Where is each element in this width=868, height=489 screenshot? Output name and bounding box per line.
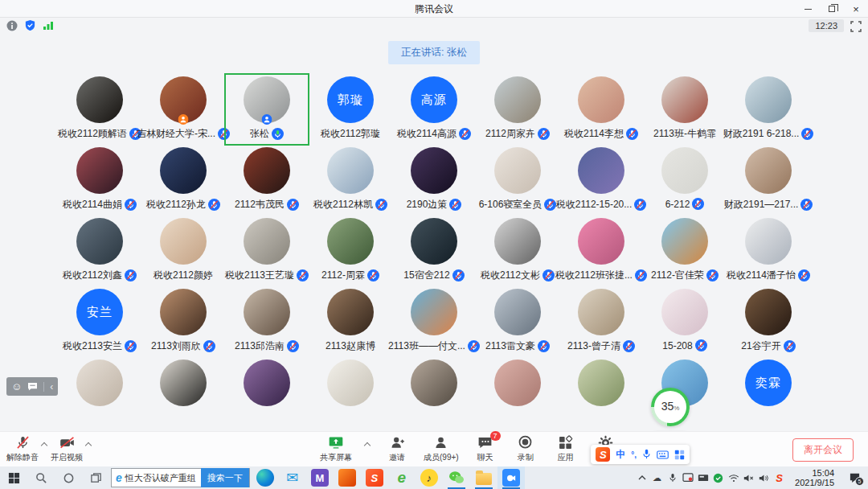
- participant-tile[interactable]: [476, 357, 559, 428]
- participant-tile[interactable]: 2113赵康博: [309, 286, 392, 357]
- participant-tile[interactable]: 财政2191 6-218...: [727, 74, 810, 145]
- leave-meeting-button[interactable]: 离开会议: [792, 438, 854, 462]
- speaker-icon[interactable]: [756, 466, 772, 489]
- collapse-chevron-icon[interactable]: ‹: [50, 381, 53, 392]
- taskbar-office-icon[interactable]: [334, 466, 361, 489]
- ime-mode-chinese[interactable]: 中: [616, 448, 625, 462]
- participant-tile[interactable]: 税收2112班张捷...: [559, 216, 643, 286]
- participant-tile[interactable]: 15-208: [643, 286, 727, 357]
- record-button[interactable]: 录制: [512, 434, 539, 463]
- network-signal-icon[interactable]: [43, 20, 54, 31]
- participant-tile[interactable]: [559, 357, 643, 428]
- participant-tile[interactable]: 税收2112孙龙: [141, 145, 225, 216]
- tray-sogou-icon[interactable]: S: [772, 466, 787, 489]
- minimize-button[interactable]: [796, 0, 820, 18]
- taskbar-edge-icon[interactable]: [252, 466, 279, 489]
- participant-tile[interactable]: 2113-曾子清: [559, 286, 643, 357]
- participant-tile[interactable]: [309, 357, 392, 428]
- ime-punctuation[interactable]: °,: [631, 450, 637, 459]
- participant-tile[interactable]: 税收2113王艺璇: [225, 216, 309, 286]
- participant-tile[interactable]: 张松: [225, 74, 309, 145]
- participant-tile[interactable]: 税收2112林凯: [309, 145, 392, 216]
- participant-tile[interactable]: 税收2112文彬: [476, 216, 559, 286]
- chat-button[interactable]: 7 聊天: [472, 434, 499, 463]
- participant-tile[interactable]: 吉林财经大学-宋...: [141, 74, 225, 145]
- safety-360-icon[interactable]: [710, 466, 726, 489]
- chat-bubble-icon[interactable]: [27, 382, 38, 391]
- maximize-button[interactable]: [820, 0, 844, 18]
- participant-tile[interactable]: 安兰税收2113安兰: [58, 286, 141, 357]
- participant-tile[interactable]: 税收2114潘子怡: [727, 216, 810, 286]
- participant-tile[interactable]: [58, 357, 141, 428]
- tray-expand-chevron-icon[interactable]: [634, 466, 649, 489]
- share-screen-button[interactable]: 共享屏幕: [320, 434, 352, 463]
- taskbar-wechat-icon[interactable]: [443, 466, 470, 489]
- taskbar-meeting-icon[interactable]: [497, 466, 525, 489]
- participant-tile[interactable]: 税收2112刘鑫: [58, 216, 141, 286]
- start-button[interactable]: [0, 466, 27, 489]
- taskbar-ie-icon[interactable]: e: [388, 466, 416, 489]
- shield-icon[interactable]: [24, 19, 36, 31]
- participant-tile[interactable]: [225, 357, 309, 428]
- participant-tile[interactable]: 6-106寝室全员: [476, 145, 559, 216]
- members-button[interactable]: 成员(99+): [424, 434, 459, 463]
- participant-tile[interactable]: 2112韦茂民: [225, 145, 309, 216]
- info-icon[interactable]: [6, 20, 18, 31]
- search-box-text[interactable]: 恒大否认破产重组: [122, 472, 201, 484]
- taskbar-explorer-icon[interactable]: [470, 466, 497, 489]
- participant-tile[interactable]: 2113班-牛鹤霏: [643, 74, 727, 145]
- participant-tile[interactable]: 21谷宇开: [727, 286, 810, 357]
- participant-tile[interactable]: 2112周家卉: [476, 74, 559, 145]
- participant-tile[interactable]: 2190边策: [392, 145, 476, 216]
- start-video-button[interactable]: 开启视频: [51, 434, 83, 463]
- participant-tile[interactable]: 2113班——付文...: [392, 286, 476, 357]
- speaker-muted-icon[interactable]: [741, 466, 756, 489]
- unmute-options-caret[interactable]: [42, 442, 47, 447]
- taskbar-mockplus-icon[interactable]: M: [306, 466, 334, 489]
- fullscreen-icon[interactable]: [850, 21, 862, 32]
- invite-button[interactable]: 邀请: [383, 434, 411, 463]
- participant-tile[interactable]: 税收2114曲娟: [58, 145, 141, 216]
- ime-toolbox-icon[interactable]: [674, 450, 685, 460]
- participant-tile[interactable]: [141, 357, 225, 428]
- participant-tile[interactable]: 奕霖: [727, 357, 810, 428]
- participant-tile[interactable]: 2112-官佳荣: [643, 216, 727, 286]
- ime-bar[interactable]: S 中 °,: [591, 445, 690, 464]
- action-center-button[interactable]: 5: [841, 466, 868, 489]
- wifi-icon[interactable]: [726, 466, 741, 489]
- ime-keyboard-icon[interactable]: [657, 450, 669, 459]
- participant-tile[interactable]: 税收2114李想: [559, 74, 643, 145]
- participant-tile[interactable]: 税收2112顾解语: [58, 74, 141, 145]
- unmute-button[interactable]: 解除静音: [6, 434, 39, 463]
- participant-tile[interactable]: 高源税收2114高源: [392, 74, 476, 145]
- close-button[interactable]: ×: [844, 0, 868, 18]
- floating-quick-bar[interactable]: ☺ ‹: [6, 377, 58, 396]
- participant-tile[interactable]: [392, 357, 476, 428]
- task-view-button[interactable]: [82, 466, 109, 489]
- participant-tile[interactable]: 财政2191—217...: [727, 145, 810, 216]
- share-options-caret[interactable]: [365, 442, 371, 447]
- screen-record-icon[interactable]: [680, 466, 695, 489]
- tray-display-icon[interactable]: [695, 466, 710, 489]
- taskbar-search-box[interactable]: e 恒大否认破产重组 搜索一下: [111, 468, 250, 487]
- participant-tile[interactable]: 2113雷文豪: [476, 286, 559, 357]
- taskbar-sogou-icon[interactable]: S: [361, 466, 388, 489]
- tray-mic-icon[interactable]: [665, 466, 680, 489]
- participant-tile[interactable]: 15宿舍212: [392, 216, 476, 286]
- taskbar-qqmusic-icon[interactable]: ♪: [416, 466, 443, 489]
- participant-tile[interactable]: 税收2112颜婷: [141, 216, 225, 286]
- taskbar-mail-icon[interactable]: ✉: [279, 466, 306, 489]
- sogou-logo-icon[interactable]: S: [596, 447, 610, 462]
- cortana-button[interactable]: [55, 466, 82, 489]
- emoji-icon[interactable]: ☺: [11, 381, 22, 392]
- participant-tile[interactable]: 税收2112-15-20...: [559, 145, 643, 216]
- taskbar-search-button[interactable]: [27, 466, 55, 489]
- taskbar-clock[interactable]: 15:04 2021/9/15: [787, 468, 841, 487]
- ime-mic-icon[interactable]: [642, 449, 651, 460]
- participant-tile[interactable]: 郭璇税收2112郭璇: [309, 74, 392, 145]
- apps-button[interactable]: 应用: [552, 434, 579, 463]
- participant-tile[interactable]: 2112-周霖: [309, 216, 392, 286]
- video-options-caret[interactable]: [86, 442, 92, 447]
- search-go-button[interactable]: 搜索一下: [201, 468, 249, 487]
- participant-tile[interactable]: 6-212: [643, 145, 727, 216]
